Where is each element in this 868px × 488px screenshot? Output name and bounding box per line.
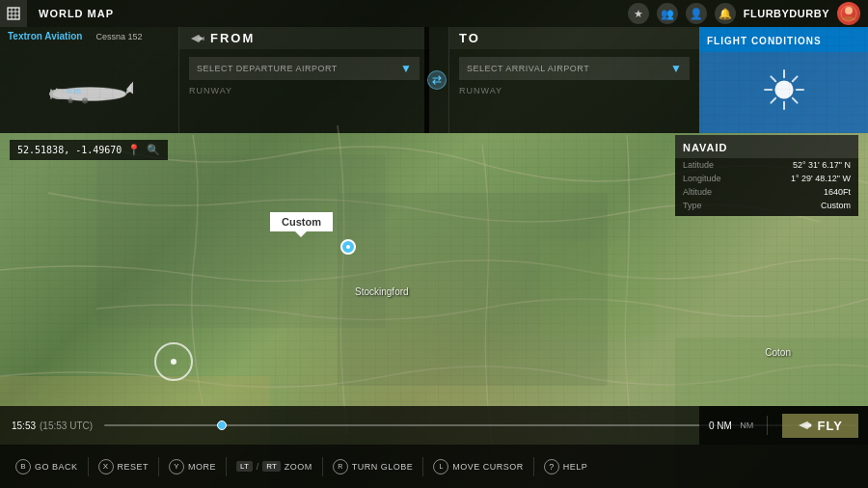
departure-placeholder: SELECT DEPARTURE AIRPORT — [197, 64, 338, 73]
move-cursor-label: MOVE CURSOR — [452, 462, 524, 472]
navaid-altitude-row: Altitude 1640Ft — [675, 185, 858, 199]
svg-line-30 — [771, 76, 775, 81]
svg-point-18 — [73, 88, 81, 94]
swap-icon — [427, 70, 447, 90]
svg-point-34 — [346, 245, 350, 249]
world-map-title: WORLD MAP — [27, 8, 125, 19]
search-icon[interactable]: 🔍 — [147, 144, 160, 156]
fly-area: 0 NM NM FLY — [699, 406, 868, 445]
help-control[interactable]: ? HELP — [538, 459, 594, 474]
flight-conditions-header: FLIGHT CONDITIONS — [699, 27, 868, 52]
dropdown-arrow-from: ▼ — [400, 62, 412, 75]
coordinates-box: 52.51838, -1.49670 📍 🔍 — [10, 140, 168, 160]
b-button-icon: B — [15, 459, 31, 474]
go-back-label: GO BACK — [35, 462, 78, 472]
sunny-icon — [761, 67, 807, 113]
person-icon[interactable]: 👤 — [686, 3, 707, 24]
svg-line-31 — [792, 98, 797, 103]
more-control[interactable]: Y MORE — [163, 459, 222, 474]
top-bar: WORLD MAP ★ 👥 👤 🔔 FLURBYDURBY — [0, 0, 868, 27]
map-marker[interactable] — [340, 239, 356, 255]
username: FLURBYDURBY — [744, 8, 829, 19]
longitude-label: Longitude — [683, 174, 721, 183]
zoom-label: ZOOM — [285, 462, 312, 472]
from-header: FROM — [179, 27, 429, 49]
custom-tooltip: Custom — [270, 212, 333, 231]
help-button-icon: ? — [544, 459, 559, 474]
fly-button-label: FLY — [818, 419, 843, 433]
type-label: Type — [683, 201, 702, 210]
reset-control[interactable]: X RESET — [93, 459, 155, 474]
top-right-icons: ★ 👥 👤 🔔 FLURBYDURBY — [628, 2, 868, 25]
marker-dot — [340, 239, 356, 255]
divider-1 — [88, 457, 89, 476]
from-panel: FROM SELECT DEPARTURE AIRPORT ▼ RUNWAY — [178, 27, 429, 133]
slider-thumb — [217, 420, 227, 430]
rt-box: RT — [262, 461, 281, 472]
navaid-header: NAVAID — [675, 135, 858, 158]
x-button-icon: X — [98, 459, 114, 474]
divider-2 — [158, 457, 159, 476]
lt-box: LT — [236, 461, 253, 472]
flight-conditions-panel: FLIGHT CONDITIONS — [699, 27, 868, 133]
aircraft-brand: Textron Aviation — [8, 31, 82, 41]
departure-airport-select[interactable]: SELECT DEPARTURE AIRPORT ▼ — [189, 57, 420, 80]
star-icon[interactable]: ★ — [628, 3, 649, 24]
distance-unit: NM — [740, 420, 753, 430]
divider-4 — [322, 457, 323, 476]
world-map-icon — [0, 0, 27, 27]
coordinates-text: 52.51838, -1.49670 — [17, 145, 122, 155]
latitude-value: 52° 31' 6.17" N — [793, 160, 851, 170]
more-label: MORE — [188, 462, 216, 472]
turn-globe-control[interactable]: R TURN GLOBE — [327, 459, 420, 474]
to-runway: RUNWAY — [449, 84, 699, 97]
arrival-placeholder: SELECT ARRIVAL AIRPORT — [467, 64, 589, 73]
fly-button[interactable]: FLY — [782, 414, 858, 438]
avatar[interactable] — [837, 2, 860, 25]
divider — [767, 416, 768, 435]
aircraft-model: Cessna 152 — [88, 32, 149, 41]
navaid-latitude-row: Latitude 52° 31' 6.17" N — [675, 158, 858, 172]
from-label: FROM — [210, 31, 255, 45]
distance-text: 0 NM — [709, 420, 732, 431]
pin-icon: 📍 — [127, 144, 141, 156]
svg-point-25 — [774, 80, 793, 98]
coton-label: Coton — [765, 347, 791, 358]
fly-plane-icon — [798, 419, 813, 432]
zoom-control[interactable]: LT / RT ZOOM — [231, 461, 318, 472]
navaid-type-row: Type Custom — [675, 199, 858, 212]
bottom-bar: B GO BACK X RESET Y MORE LT / RT ZOOM R … — [0, 445, 868, 488]
reset-label: RESET — [118, 462, 149, 472]
to-panel: TO SELECT ARRIVAL AIRPORT ▼ RUNWAY — [448, 27, 699, 133]
move-cursor-control[interactable]: L MOVE CURSOR — [427, 459, 529, 474]
time-text: 15:53(15:53 UTC) — [0, 420, 93, 431]
to-label: TO — [459, 31, 480, 45]
aircraft-image — [0, 43, 178, 133]
navaid-panel: NAVAID Latitude 52° 31' 6.17" N Longitud… — [675, 135, 858, 216]
people-icon[interactable]: 👥 — [657, 3, 678, 24]
slash-divider: / — [257, 462, 259, 472]
bell-icon[interactable]: 🔔 — [715, 3, 736, 24]
latitude-label: Latitude — [683, 160, 714, 170]
flight-conditions-label: FLIGHT CONDITIONS — [707, 36, 822, 46]
divider-3 — [226, 457, 227, 476]
navaid-longitude-row: Longitude 1° 29' 48.12" W — [675, 172, 858, 185]
type-value: Custom — [821, 201, 851, 210]
l-button-icon: L — [433, 459, 448, 474]
aircraft-panel: Textron Aviation Cessna 152 — [0, 27, 178, 133]
svg-line-32 — [792, 76, 797, 81]
plane-icon — [189, 33, 204, 44]
from-runway: RUNWAY — [179, 84, 429, 97]
stockingford-label: Stockingford — [355, 286, 409, 297]
dropdown-arrow-to: ▼ — [670, 62, 682, 75]
svg-rect-5 — [8, 8, 19, 19]
divider-6 — [533, 457, 534, 476]
swap-button[interactable] — [424, 27, 448, 133]
circle-center-dot — [171, 359, 176, 365]
go-back-control[interactable]: B GO BACK — [10, 459, 84, 474]
turn-globe-label: TURN GLOBE — [352, 462, 414, 472]
help-label: HELP — [563, 462, 588, 472]
svg-point-19 — [67, 89, 72, 94]
arrival-airport-select[interactable]: SELECT ARRIVAL AIRPORT ▼ — [459, 57, 690, 80]
y-button-icon: Y — [169, 459, 184, 474]
